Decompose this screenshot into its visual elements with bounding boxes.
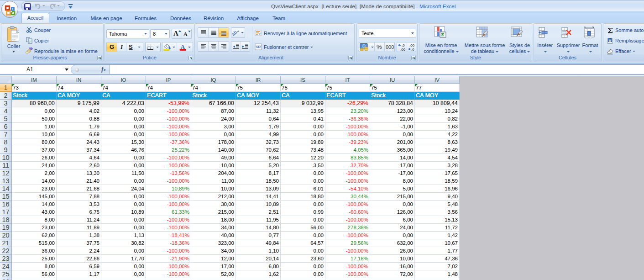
svg-text:ab: ab (232, 29, 238, 36)
svg-text:,00: ,00 (400, 48, 406, 52)
svg-text:,0: ,0 (411, 48, 414, 52)
